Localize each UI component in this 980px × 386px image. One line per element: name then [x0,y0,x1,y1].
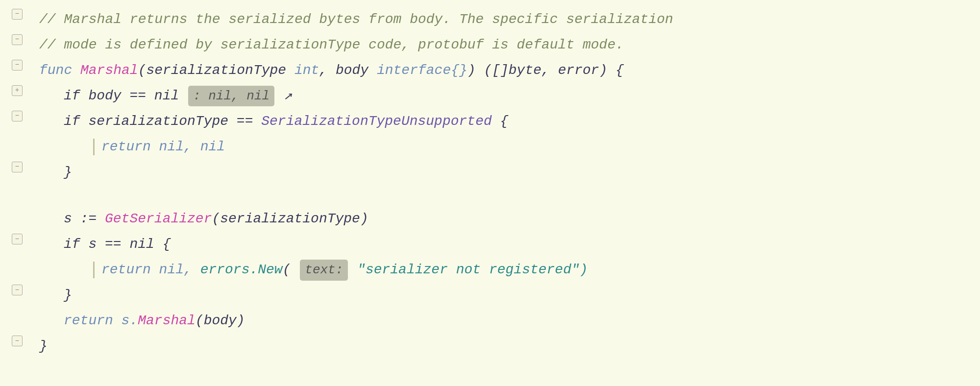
code-line-9: s := GetSerializer(serializationType) [0,208,980,234]
brace-close-12: } [64,288,72,303]
brace-close-7: } [64,165,72,180]
hint-text-label: text: [300,260,348,280]
code-line-11: return nil, errors.New( text: "serialize… [0,259,980,285]
func-params-body: , body [319,63,377,78]
if-serialization-type: if serializationType == [64,114,261,129]
code-line-8 [0,187,980,208]
code-line-4: + if body == nil : nil, nil ↗ [0,85,980,111]
fold-plus-4[interactable]: + [12,85,23,96]
gutter-1[interactable]: − [0,9,34,20]
fold-minus-12[interactable]: − [12,285,23,295]
marshal-args: (body) [196,313,245,328]
vertical-bar-6 [93,139,95,155]
func-name-marshal: Marshal [80,63,138,78]
gutter-7[interactable]: − [0,162,34,172]
code-editor: − // Marshal returns the serialized byte… [0,0,980,386]
return-nil-errors: return nil, [101,262,200,277]
type-int: int [294,63,319,78]
gutter-14[interactable]: − [0,336,34,346]
fold-minus-10[interactable]: − [12,234,23,244]
gutter-2[interactable]: − [0,34,34,45]
gutter-10[interactable]: − [0,234,34,244]
vertical-bar-11 [93,262,95,278]
gutter-4[interactable]: + [0,85,34,96]
code-line-10: − if s == nil { [0,234,980,259]
fold-minus-2[interactable]: − [12,34,23,45]
brace-open-5: { [492,114,509,129]
line-content-13: return s.Marshal(body) [34,310,970,331]
brace-close-func: } [39,338,48,354]
gutter-12[interactable]: − [0,285,34,295]
comment-text-1: // Marshal returns the serialized bytes … [39,12,673,27]
code-line-12: − } [0,285,980,310]
line-content-6: return nil, nil [34,136,970,157]
code-line-7: − } [0,162,980,187]
func-return-sig: ) ([]byte, error) { [467,63,624,78]
func-params-open: (serializationType [138,63,294,78]
keyword-func: func [39,63,80,78]
method-marshal: Marshal [138,313,196,328]
code-line-5: − if serializationType == SerializationT… [0,111,980,136]
code-line-14: − } [0,336,980,361]
line-content-3: func Marshal(serializationType int, body… [34,60,970,81]
line-content-10: if s == nil { [34,234,970,255]
type-interface: interface{} [377,63,467,78]
gutter-3[interactable]: − [0,60,34,71]
line-content-5: if serializationType == SerializationTyp… [34,111,970,132]
serialization-type-unsupported: SerializationTypeUnsupported [261,114,491,129]
line-content-2: // mode is defined by serializationType … [34,34,970,55]
code-line-1: − // Marshal returns the serialized byte… [0,9,980,34]
return-nil-nil-6: return nil, nil [101,139,225,154]
line-content-8 [34,187,970,208]
if-body-nil: if body == nil [64,88,187,103]
fold-minus-5[interactable]: − [12,111,23,121]
code-line-3: − func Marshal(serializationType int, bo… [0,60,980,85]
code-line-2: − // mode is defined by serializationTyp… [0,34,980,60]
line-content-9: s := GetSerializer(serializationType) [34,208,970,229]
if-s-nil: if s == nil { [64,237,171,252]
errors-new-open: ( [283,262,299,277]
code-line-13: return s.Marshal(body) [0,310,980,336]
line-content-12: } [34,285,970,306]
return-s-marshal: return s. [64,313,138,328]
line-content-14: } [34,336,970,357]
hint-nil-nil: : nil, nil [188,86,274,106]
line-content-1: // Marshal returns the serialized bytes … [34,9,970,30]
up-arrow-symbol: ↗ [275,88,292,103]
line-content-4: if body == nil : nil, nil ↗ [34,85,970,106]
s-assign: s := [64,211,105,226]
errors-new-call: errors.New [200,262,283,277]
fold-minus-3[interactable]: − [12,60,23,71]
get-serializer-call: GetSerializer [105,211,212,226]
fold-minus-14[interactable]: − [12,336,23,346]
code-line-6: return nil, nil [0,136,980,162]
comment-text-2: // mode is defined by serializationType … [39,37,624,52]
error-string: "serializer not registered") [349,262,588,277]
get-serializer-args: (serializationType) [212,211,368,226]
line-content-7: } [34,162,970,183]
line-content-11: return nil, errors.New( text: "serialize… [34,259,970,280]
fold-minus-1[interactable]: − [12,9,23,20]
gutter-5[interactable]: − [0,111,34,121]
fold-minus-7[interactable]: − [12,162,23,172]
